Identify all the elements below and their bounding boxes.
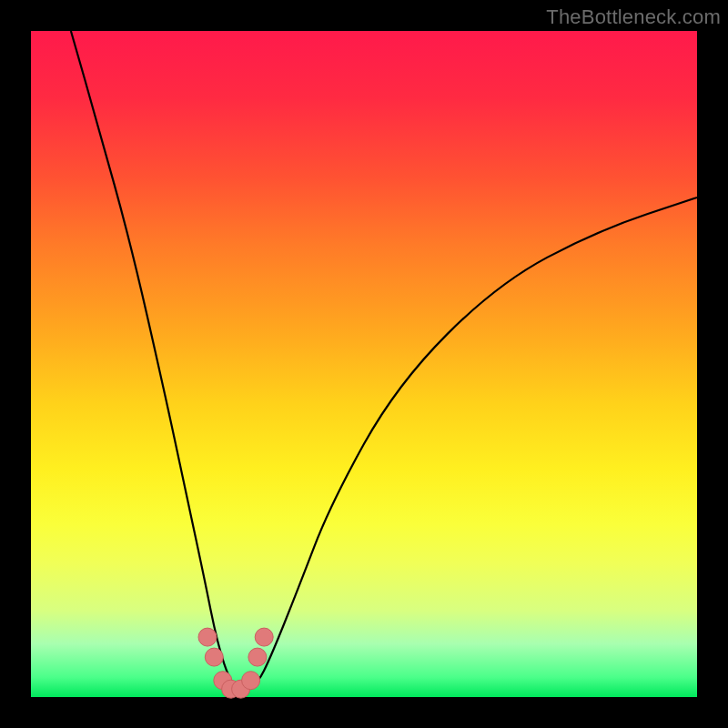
- marker-dot: [198, 628, 217, 646]
- plot-area: [31, 31, 697, 697]
- marker-dot: [242, 672, 260, 690]
- marker-dot: [248, 648, 267, 666]
- bottleneck-curve: [71, 31, 697, 689]
- chart-svg: [31, 31, 697, 697]
- marker-dot: [205, 648, 223, 666]
- marker-dot: [255, 628, 273, 646]
- watermark-text: TheBottleneck.com: [546, 5, 721, 29]
- chart-frame: TheBottleneck.com: [0, 0, 728, 728]
- marker-group: [198, 628, 273, 698]
